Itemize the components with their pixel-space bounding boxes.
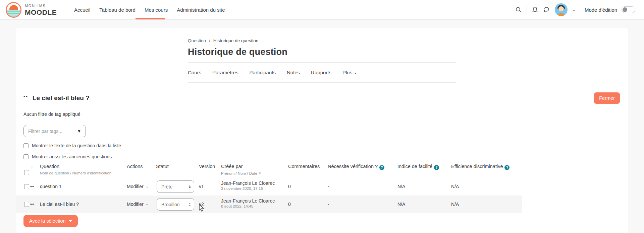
created-date: 8 août 2022, 14:45 xyxy=(221,204,275,208)
messages-chat-icon[interactable] xyxy=(543,6,550,13)
tag-filter-dropdown[interactable]: Filtrer par tags... ▼ xyxy=(23,125,86,137)
row-checkbox[interactable] xyxy=(24,202,29,207)
edit-mode-label: Mode d'édition xyxy=(585,7,617,13)
breadcrumb: Question / Historique de question xyxy=(188,38,456,43)
question-name: question 1 xyxy=(40,184,62,189)
header-question[interactable]: Question xyxy=(40,164,59,169)
question-type-dots-icon: •• xyxy=(23,94,28,99)
table-row: •• Le ciel est-il bleu ? Modifier⌄ Broui… xyxy=(16,196,522,213)
question-type-dots-icon: •• xyxy=(30,202,34,207)
show-question-text-checkbox[interactable] xyxy=(23,143,29,148)
active-nav-underline xyxy=(136,18,165,19)
header-created-by[interactable]: Créée par xyxy=(221,164,243,169)
comments-cell[interactable]: 0 xyxy=(288,184,291,189)
author-link[interactable]: Jean-François Le Cloarec xyxy=(221,180,275,186)
tag-filter-placeholder: Filtrer par tags... xyxy=(28,129,77,134)
chevron-down-icon: ⌄ xyxy=(146,184,149,188)
version-cell: v1 xyxy=(199,184,204,189)
topbar-divider xyxy=(580,5,580,14)
with-selection-button[interactable]: Avec la sélection xyxy=(23,215,78,227)
needs-checking-cell: - xyxy=(328,184,329,189)
header-created-by-sub[interactable]: Prénom / Nom / Date▲ xyxy=(221,171,261,175)
user-menu-chevron-down-icon[interactable]: ⌄ xyxy=(572,8,576,12)
tab-rapports[interactable]: Rapports xyxy=(311,70,331,75)
header-actions: Actions xyxy=(127,164,143,169)
dropdown-arrow-icon: ▼ xyxy=(77,129,81,134)
question-type-dots-icon: •• xyxy=(30,184,34,189)
header-needs-checking[interactable]: Nécessite vérification ?? xyxy=(328,164,384,169)
caret-down-icon xyxy=(69,220,72,222)
nav-item-mes-cours[interactable]: Mes cours xyxy=(145,7,168,13)
row-checkbox[interactable] xyxy=(24,184,29,189)
type-column-header[interactable]: T xyxy=(31,165,33,169)
comments-cell[interactable]: 0 xyxy=(288,202,291,207)
header-status[interactable]: Statut xyxy=(156,164,169,169)
header-question-sub[interactable]: Nom de question / Numéro d'identificatio… xyxy=(40,171,111,175)
tab-parametres[interactable]: Paramètres xyxy=(212,70,238,75)
breadcrumb-question[interactable]: Question xyxy=(188,38,206,43)
chevron-down-icon: ⌄ xyxy=(146,202,149,206)
show-old-questions-label: Montrer aussi les anciennes questions xyxy=(32,154,112,159)
nav-item-tableau-de-bord[interactable]: Tableau de bord xyxy=(99,7,136,13)
main-content-card: Question / Historique de question Histor… xyxy=(16,28,628,233)
tab-participants[interactable]: Participants xyxy=(250,70,276,75)
mouse-cursor xyxy=(199,204,205,212)
table-header-row: T Question Nom de question / Numéro d'id… xyxy=(16,162,522,178)
user-avatar[interactable] xyxy=(555,3,568,16)
page-title: Historique de question xyxy=(188,47,456,57)
nav-item-accueil[interactable]: Accueil xyxy=(74,7,90,13)
created-by-cell: Jean-François Le Cloarec 3 novembre 2020… xyxy=(221,180,275,190)
brand-subtitle: MON LMS xyxy=(25,4,57,8)
help-icon[interactable]: ? xyxy=(434,165,439,170)
header-version[interactable]: Version xyxy=(199,164,215,169)
show-old-questions-checkbox[interactable] xyxy=(23,154,29,159)
edit-action-dropdown[interactable]: Modifier⌄ xyxy=(127,184,149,189)
select-all-checkbox[interactable] xyxy=(24,170,29,175)
top-navbar: MON LMS MOODLE Accueil Tableau de bord M… xyxy=(0,0,644,20)
edit-action-dropdown[interactable]: Modifier⌄ xyxy=(127,202,149,207)
logo-icon xyxy=(6,2,21,18)
show-question-text-label: Montrer le texte de la question dans la … xyxy=(32,143,121,148)
brand-title: MOODLE xyxy=(25,9,57,16)
sort-asc-icon: ▲ xyxy=(259,171,261,174)
breadcrumb-separator: / xyxy=(209,38,210,43)
facility-cell: N/A xyxy=(397,202,405,207)
facility-cell: N/A xyxy=(397,184,405,189)
created-by-cell: Jean-François Le Cloarec 8 août 2022, 14… xyxy=(221,198,275,208)
tab-cours[interactable]: Cours xyxy=(188,70,201,75)
chevron-down-icon: ⌄ xyxy=(354,71,357,75)
notifications-bell-icon[interactable] xyxy=(531,6,539,13)
tab-notes[interactable]: Notes xyxy=(287,70,300,75)
nav-item-administration[interactable]: Administration du site xyxy=(177,7,225,13)
header-discriminative-efficiency[interactable]: Efficience discriminative? xyxy=(451,164,509,169)
breadcrumb-current: Historique de question xyxy=(213,38,258,43)
course-tabs: Cours Paramètres Participants Notes Rapp… xyxy=(188,63,456,83)
discrimination-cell: N/A xyxy=(451,202,459,207)
search-icon[interactable] xyxy=(515,6,522,13)
close-button[interactable]: Fermer xyxy=(594,92,620,104)
table-row: •• question 1 Modifier⌄ Prête ▴▾ v1 Jean… xyxy=(16,178,522,196)
select-arrows-icon: ▴▾ xyxy=(189,203,191,207)
help-icon[interactable]: ? xyxy=(379,165,384,170)
question-name: Le ciel est-il bleu ? xyxy=(40,202,79,207)
header-facility-index[interactable]: Indice de facilité? xyxy=(397,164,439,169)
site-logo[interactable]: MON LMS MOODLE xyxy=(6,2,57,18)
status-select[interactable]: Prête ▴▾ xyxy=(157,180,194,193)
edit-mode-toggle[interactable] xyxy=(622,6,635,13)
help-icon[interactable]: ? xyxy=(504,165,509,170)
tag-filter-status: Aucun filtre de tag appliqué xyxy=(23,111,80,117)
discrimination-cell: N/A xyxy=(451,184,459,189)
tab-plus[interactable]: Plus ⌄ xyxy=(342,70,357,75)
select-arrows-icon: ▴▾ xyxy=(189,185,191,189)
primary-nav: Accueil Tableau de bord Mes cours Admini… xyxy=(74,0,225,19)
question-history-table: T Question Nom de question / Numéro d'id… xyxy=(16,162,522,213)
topbar-divider xyxy=(527,5,527,14)
author-link[interactable]: Jean-François Le Cloarec xyxy=(221,198,275,204)
question-heading: Le ciel est-il bleu ? xyxy=(33,94,90,102)
needs-checking-cell: - xyxy=(328,202,329,207)
status-select[interactable]: Brouillon ▴▾ xyxy=(157,198,194,211)
created-date: 3 novembre 2020, 17:16 xyxy=(221,186,275,190)
header-comments[interactable]: Commentaires xyxy=(288,164,320,169)
